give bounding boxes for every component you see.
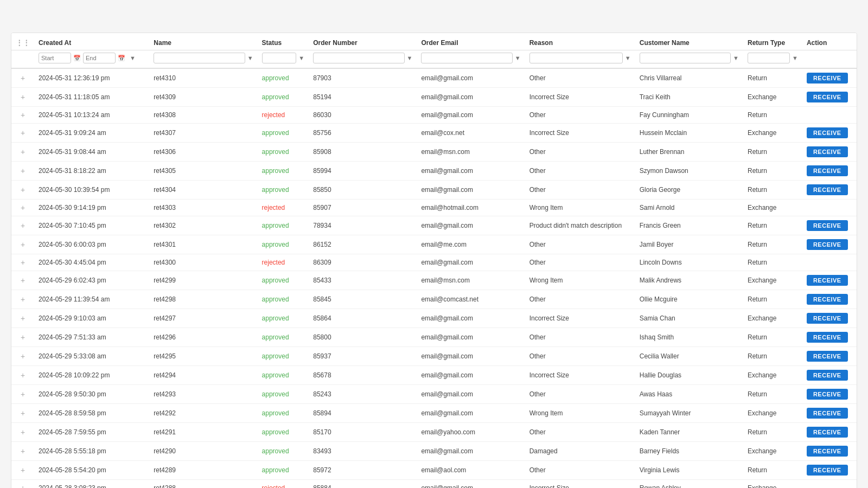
receive-button-18[interactable]: RECEIVE bbox=[807, 408, 848, 419]
order-email-filter-input[interactable] bbox=[421, 53, 512, 63]
row-expand-19[interactable]: + bbox=[11, 423, 34, 442]
return-type-filter-select[interactable]: Return Exchange bbox=[748, 53, 790, 63]
order-number-cell-9: 86152 bbox=[309, 235, 417, 254]
filter-status-icon[interactable]: ▼ bbox=[298, 55, 304, 61]
receive-button-14[interactable]: RECEIVE bbox=[807, 332, 848, 343]
plus-icon[interactable]: + bbox=[21, 447, 25, 455]
date-start-input[interactable] bbox=[39, 53, 71, 63]
receive-button-21[interactable]: RECEIVE bbox=[807, 465, 848, 476]
plus-icon[interactable]: + bbox=[21, 221, 25, 230]
row-expand-6[interactable]: + bbox=[11, 181, 34, 200]
plus-icon[interactable]: + bbox=[21, 258, 25, 267]
status-cell-10: rejected bbox=[258, 254, 309, 271]
name-filter-input[interactable] bbox=[154, 53, 245, 63]
table-row: + 2024-05-28 5:55:18 pm ret4290 approved… bbox=[11, 442, 857, 461]
return-type-cell-7: Exchange bbox=[743, 200, 802, 216]
plus-icon[interactable]: + bbox=[21, 240, 25, 249]
receive-button-1[interactable]: RECEIVE bbox=[807, 92, 848, 102]
plus-icon[interactable]: + bbox=[21, 390, 25, 399]
row-expand-5[interactable]: + bbox=[11, 162, 34, 181]
plus-icon[interactable]: + bbox=[21, 409, 25, 418]
row-expand-22[interactable]: + bbox=[11, 480, 34, 489]
row-expand-8[interactable]: + bbox=[11, 216, 34, 235]
receive-button-11[interactable]: RECEIVE bbox=[807, 275, 848, 286]
created-at-cell-19: 2024-05-28 7:59:55 pm bbox=[34, 423, 149, 442]
plus-icon[interactable]: + bbox=[21, 147, 25, 156]
status-cell-15: approved bbox=[258, 347, 309, 366]
plus-icon[interactable]: + bbox=[21, 314, 25, 323]
filter-name-icon[interactable]: ▼ bbox=[247, 55, 253, 61]
receive-button-19[interactable]: RECEIVE bbox=[807, 427, 848, 438]
row-expand-1[interactable]: + bbox=[11, 88, 34, 107]
receive-button-20[interactable]: RECEIVE bbox=[807, 446, 848, 457]
plus-icon[interactable]: + bbox=[21, 428, 25, 436]
receive-button-16[interactable]: RECEIVE bbox=[807, 370, 848, 381]
filter-customer-icon[interactable]: ▼ bbox=[733, 55, 739, 61]
row-expand-10[interactable]: + bbox=[11, 254, 34, 271]
plus-icon[interactable]: + bbox=[21, 352, 25, 361]
expand-col-header: ⋮⋮ bbox=[11, 33, 34, 50]
receive-button-4[interactable]: RECEIVE bbox=[807, 146, 848, 157]
receive-button-12[interactable]: RECEIVE bbox=[807, 294, 848, 305]
receive-button-13[interactable]: RECEIVE bbox=[807, 313, 848, 324]
name-cell-5: ret4305 bbox=[149, 162, 257, 181]
row-expand-9[interactable]: + bbox=[11, 235, 34, 254]
receive-button-5[interactable]: RECEIVE bbox=[807, 165, 848, 176]
row-expand-2[interactable]: + bbox=[11, 107, 34, 124]
row-expand-13[interactable]: + bbox=[11, 309, 34, 328]
receive-button-15[interactable]: RECEIVE bbox=[807, 351, 848, 362]
plus-icon[interactable]: + bbox=[21, 295, 25, 304]
row-expand-3[interactable]: + bbox=[11, 124, 34, 143]
order-number-filter-input[interactable] bbox=[313, 53, 404, 63]
receive-button-9[interactable]: RECEIVE bbox=[807, 239, 848, 250]
customer-name-cell-21: Virginia Lewis bbox=[635, 461, 743, 480]
receive-button-6[interactable]: RECEIVE bbox=[807, 184, 848, 195]
plus-icon[interactable]: + bbox=[21, 74, 25, 82]
return-type-cell-21: Return bbox=[743, 461, 802, 480]
plus-icon[interactable]: + bbox=[21, 185, 25, 194]
row-expand-11[interactable]: + bbox=[11, 271, 34, 290]
row-expand-16[interactable]: + bbox=[11, 366, 34, 385]
filter-email-icon[interactable]: ▼ bbox=[515, 55, 521, 61]
row-expand-14[interactable]: + bbox=[11, 328, 34, 347]
action-cell-16: RECEIVE bbox=[802, 366, 857, 385]
row-expand-18[interactable]: + bbox=[11, 404, 34, 423]
row-expand-0[interactable]: + bbox=[11, 68, 34, 88]
name-cell-20: ret4290 bbox=[149, 442, 257, 461]
plus-icon[interactable]: + bbox=[21, 129, 25, 137]
date-end-input[interactable] bbox=[83, 53, 116, 63]
filter-return-type-icon[interactable]: ▼ bbox=[792, 55, 798, 61]
row-expand-4[interactable]: + bbox=[11, 143, 34, 162]
plus-icon[interactable]: + bbox=[21, 276, 25, 285]
plus-icon[interactable]: + bbox=[21, 166, 25, 175]
reason-filter-input[interactable] bbox=[529, 53, 623, 63]
name-cell-16: ret4294 bbox=[149, 366, 257, 385]
row-expand-17[interactable]: + bbox=[11, 385, 34, 404]
filter-date-icon[interactable]: ▼ bbox=[130, 55, 136, 61]
plus-icon[interactable]: + bbox=[21, 484, 25, 488]
plus-icon[interactable]: + bbox=[21, 333, 25, 342]
row-expand-21[interactable]: + bbox=[11, 461, 34, 480]
receive-button-0[interactable]: RECEIVE bbox=[807, 73, 848, 84]
row-expand-20[interactable]: + bbox=[11, 442, 34, 461]
plus-icon[interactable]: + bbox=[21, 203, 25, 212]
receive-button-17[interactable]: RECEIVE bbox=[807, 389, 848, 400]
row-expand-12[interactable]: + bbox=[11, 290, 34, 309]
customer-name-filter-input[interactable] bbox=[640, 53, 731, 63]
plus-icon[interactable]: + bbox=[21, 371, 25, 380]
status-filter-select[interactable]: approved rejected bbox=[262, 53, 297, 63]
filter-reason-icon[interactable]: ▼ bbox=[625, 55, 631, 61]
filter-order-icon[interactable]: ▼ bbox=[407, 55, 413, 61]
receive-button-8[interactable]: RECEIVE bbox=[807, 220, 848, 231]
row-expand-7[interactable]: + bbox=[11, 200, 34, 216]
order-email-cell-0: email@gmail.com bbox=[417, 68, 525, 88]
plus-icon[interactable]: + bbox=[21, 466, 25, 474]
order-email-cell-20: email@gmail.com bbox=[417, 442, 525, 461]
receive-button-3[interactable]: RECEIVE bbox=[807, 127, 848, 138]
status-cell-20: approved bbox=[258, 442, 309, 461]
order-email-cell-6: email@gmail.com bbox=[417, 181, 525, 200]
plus-icon[interactable]: + bbox=[21, 111, 25, 119]
status-cell-9: approved bbox=[258, 235, 309, 254]
plus-icon[interactable]: + bbox=[21, 93, 25, 101]
row-expand-15[interactable]: + bbox=[11, 347, 34, 366]
